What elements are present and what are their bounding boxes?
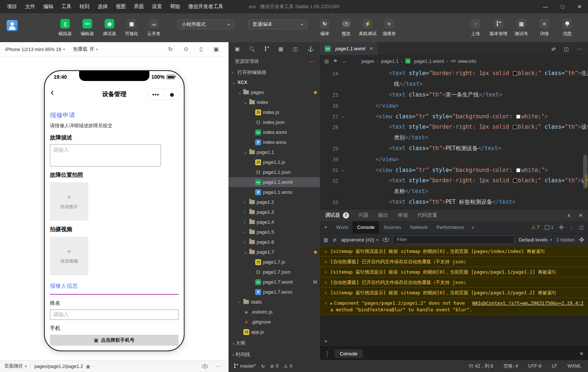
maximize-button[interactable]: □ (554, 0, 571, 13)
fold-icon[interactable]: ⌄ (338, 114, 347, 119)
error-count[interactable]: ⊘ 0 (270, 363, 278, 369)
menu-微信开发者工具[interactable]: 微信开发者工具 (184, 0, 227, 13)
tree-item-page1.1.js[interactable]: JSpage1.1.js (229, 157, 320, 167)
tree-item-page1.7.wxss[interactable]: #page1.7.wxss (229, 287, 320, 297)
devtools-tab-Performance[interactable]: Performance (432, 221, 468, 233)
dock-side-icon[interactable]: ◫ (579, 224, 584, 230)
devtools-tab-Console[interactable]: Console (352, 221, 379, 233)
compile-mode-select[interactable]: 普通编译 ▾ (249, 20, 307, 29)
preview-button[interactable]: 预览 (336, 19, 356, 37)
debugger-tab-终端[interactable]: 终端 (398, 212, 408, 219)
menu-界面[interactable]: 界面 (130, 0, 148, 13)
auth-phone-button[interactable]: ▣ 点击授权手机号 (50, 335, 179, 346)
close-panel-icon[interactable]: ✕ (579, 213, 583, 218)
tree-item-pages[interactable]: ⌄pages (229, 87, 320, 97)
tree-item-page1.3[interactable]: ›page1.3 (229, 207, 320, 217)
code-editor[interactable]: 24<text style="border-right: 1px solid b… (320, 67, 588, 209)
back-icon[interactable]: ‹ (51, 87, 54, 98)
compile-button[interactable]: ↻编译 (314, 19, 335, 37)
breadcrumb-item-view.info[interactable]: </>view.info (451, 58, 476, 64)
tree-item-.gitignore[interactable]: ◆.gitignore (229, 317, 320, 327)
breadcrumb-item-page1.1.wxml[interactable]: <>page1.1.wxml (405, 58, 444, 64)
statusbar-language-mode[interactable]: WXML (568, 363, 582, 369)
close-button[interactable]: ✕ (571, 0, 588, 13)
more-icon[interactable]: ⋯ (216, 363, 221, 369)
screenshot-icon[interactable]: ▣ (214, 46, 219, 53)
menu-转到[interactable]: 转到 (75, 0, 94, 13)
console-prompt[interactable]: > (320, 336, 588, 346)
git-branch-item[interactable]: master* (234, 363, 256, 369)
drawer-console-tab[interactable]: Console (335, 349, 363, 358)
console-source-link[interactable]: WASubContext.js?t=we…39631750&v=2.19.4:2 (472, 300, 584, 306)
breadcrumb-item-pages[interactable]: pages (361, 58, 374, 64)
drawer-menu-icon[interactable]: ⋮ (324, 350, 330, 357)
visual-button[interactable]: ▦可视化 (121, 19, 142, 37)
sync-icon[interactable]: ⇄ (551, 46, 556, 52)
tree-item-page1.7.json[interactable]: {}page1.7.json (229, 267, 320, 277)
log-levels-select[interactable]: Default levels ▾ (519, 237, 552, 243)
console-settings-icon[interactable] (579, 237, 584, 242)
upload-button[interactable]: ↑上传 (465, 19, 486, 37)
copy-path-icon[interactable]: ▣ (86, 364, 90, 369)
debugger-button[interactable]: ◉调试器 (99, 19, 120, 37)
devtools-tab-Sources[interactable]: Sources (379, 221, 406, 233)
warning-count[interactable]: ⚠ 0 (284, 363, 292, 369)
user-avatar[interactable] (7, 20, 18, 31)
menu-编辑[interactable]: 编辑 (39, 0, 57, 13)
menu-工具[interactable]: 工具 (57, 0, 75, 13)
menu-帮助[interactable]: 帮助 (166, 0, 184, 13)
statusbar-encoding[interactable]: UTF-8 (528, 363, 541, 369)
add-video-button[interactable]: ＋ 添加视频 (50, 237, 88, 275)
hot-reload-select[interactable]: 热重载 开 ▾ (73, 46, 98, 53)
section-时间线[interactable]: ›时间线 (229, 349, 320, 360)
tree-item-page1.5[interactable]: ›page1.5 (229, 227, 320, 237)
tree-item-page1.1.json[interactable]: {}page1.1.json (229, 167, 320, 177)
real-device-debug-button[interactable]: ⚡真机调试 (357, 19, 378, 37)
tree-item-page1.1.wxss[interactable]: #page1.1.wxss (229, 187, 320, 197)
collapse-panel-icon[interactable]: ∧ (567, 213, 571, 218)
tree-item-page1.6[interactable]: ›page1.6 (229, 237, 320, 247)
minimize-button[interactable]: — (537, 0, 554, 13)
test-account-button[interactable]: ▤测试号 (511, 19, 532, 37)
capsule-home-button[interactable]: ◉ (164, 89, 180, 99)
menu-视图[interactable]: 视图 (112, 0, 130, 13)
close-tab-icon[interactable]: ✕ (369, 46, 373, 51)
editor-scrollbar[interactable] (583, 67, 587, 209)
tree-item-XCX[interactable]: ⌄XCX (229, 77, 320, 87)
statusbar-indentation[interactable]: 空格: 4 (504, 363, 518, 369)
device-select[interactable]: iPhone 12/13 mini 85% 16 ▾ (5, 47, 65, 52)
clear-console-icon[interactable]: ⊘ (332, 237, 337, 243)
tree-item-page1.7[interactable]: ⌄page1.7 (229, 247, 320, 257)
menu-文件[interactable]: 文件 (21, 0, 39, 13)
bookmark-icon[interactable]: ⚑ (333, 58, 338, 64)
messages-button[interactable]: 消息 (557, 19, 578, 37)
breadcrumb-item-page1.1[interactable]: page1.1 (381, 58, 399, 64)
menu-选择[interactable]: 选择 (94, 0, 112, 13)
cloud-dev-button[interactable]: ☁云开发 (143, 19, 164, 37)
clear-cache-button[interactable]: ≡清缓存 (379, 19, 399, 37)
capsule-more-button[interactable]: ••• (148, 89, 164, 99)
statusbar-eol[interactable]: LF (552, 363, 557, 369)
extensions-icon[interactable]: ▦ (278, 46, 283, 52)
tree-item-page1.1.wxml[interactable]: <>page1.1.wxml (229, 177, 320, 187)
split-editor-icon[interactable]: ◫ (564, 46, 569, 52)
tree-item-static[interactable]: ›static (229, 297, 320, 307)
version-control-button[interactable]: 版本管理 (488, 19, 509, 37)
live-expression-eye-icon[interactable] (383, 238, 389, 242)
stop-icon[interactable]: ⊙ (184, 46, 189, 53)
tree-item-app.js[interactable]: JSapp.js (229, 327, 320, 337)
more-icon[interactable]: ⋯ (309, 59, 314, 64)
device-frame-icon[interactable]: ▯ (200, 46, 203, 53)
tree-item-index.wxml[interactable]: <>index.wxml (229, 127, 320, 137)
devtools-tab-Network[interactable]: Network (406, 221, 432, 233)
mode-select[interactable]: 小程序模式 ▾ (178, 20, 234, 29)
warning-count-badge[interactable]: ⚠ 7 (531, 224, 540, 230)
outline-icon[interactable]: ▤ (324, 58, 329, 64)
preview-eye-icon[interactable] (202, 364, 208, 368)
tree-item-page1.7.wxml[interactable]: <>page1.7.wxmlM (229, 277, 320, 287)
section-大纲[interactable]: ›大纲 (229, 337, 320, 349)
tree-item-.eslintrc.js[interactable]: ◉.eslintrc.js (229, 307, 320, 317)
close-drawer-icon[interactable]: ✕ (579, 351, 584, 356)
source-control-icon[interactable] (264, 46, 269, 51)
tab-overflow-icon[interactable]: » (469, 224, 477, 230)
